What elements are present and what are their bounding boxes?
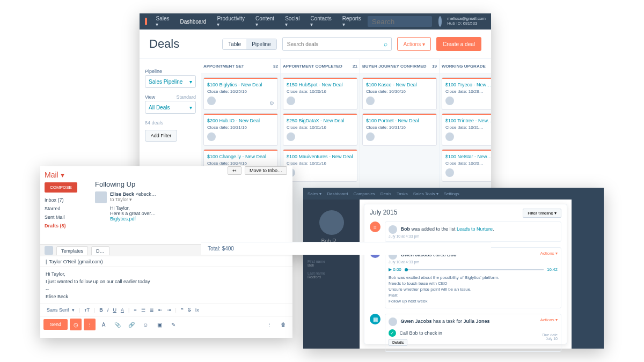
link-icon[interactable]: 🔗 [126,319,137,330]
deal-title: $100 Kasco - New Deal [366,82,433,87]
clear-format-icon[interactable]: Ix [194,307,201,313]
tl-nav-tools[interactable]: Sales Tools ▾ [413,191,438,196]
tl-nav-settings[interactable]: Settings [444,191,459,196]
compose-to-field[interactable]: Taylor O'Neil (gmail.com) [49,259,103,264]
deal-close-date: Close date: 10/31/16 [366,125,433,130]
deal-card[interactable]: $100 Netstar - New… Close date: 10/20… [442,149,491,182]
search-icon: ⌕ [384,40,387,48]
tab-templates[interactable]: Templates [56,246,88,255]
nav-brand[interactable]: Sales ▾ [151,16,173,27]
create-deal-button[interactable]: Create a deal [436,37,481,51]
underline-icon[interactable]: U [111,307,118,313]
more-icon[interactable]: ⋮ [264,319,275,330]
deal-card[interactable]: $100 Trintree - New… Close date: 10/31… [442,113,491,146]
pipeline-select[interactable]: Sales Pipeline ▾ [145,75,196,88]
deal-card[interactable]: $100 Kasco - New Deal Close date: 10/30/… [362,77,437,110]
text-format-icon[interactable]: A [98,319,109,330]
list-ol-icon[interactable]: ☰ [140,307,147,313]
deal-card[interactable]: $100 Portnet - New Deal Close date: 10/3… [362,113,437,146]
nav-productivity[interactable]: Productivity ▾ [213,16,249,27]
tl-nav-tasks[interactable]: Tasks [397,191,407,196]
folder-drafts[interactable]: Drafts (8) [45,221,85,230]
move-button[interactable]: Move to Inbo… [245,166,287,175]
tl-nav-dashboard[interactable]: Dashboard [327,191,348,196]
mail-brand[interactable]: Mail ▾ [45,171,85,179]
list-link[interactable]: Leads to Nurture [457,226,493,232]
text-color-icon[interactable]: A [119,307,126,313]
mail-sidebar: Mail ▾ COMPOSE Inbox (7) Starred Sent Ma… [40,166,90,244]
quote-icon[interactable]: ❝ [179,307,185,313]
deal-close-date: Close date: 10/31/16 [287,125,354,130]
nav-content[interactable]: Content ▾ [251,16,279,27]
signature-icon[interactable]: ✎ [167,319,179,330]
audio-scrubber[interactable]: ▶ 0:00 16:42 [389,267,558,272]
toggle-pipeline[interactable]: Pipeline [246,39,276,49]
deal-card[interactable]: $100 Fryeco - New… Close date: 10/28… [442,77,491,110]
entry-actions[interactable]: Actions ▾ [540,317,558,322]
details-button[interactable]: Details [389,339,407,346]
attach-icon[interactable]: 📎 [112,319,123,330]
nav-social[interactable]: Social ▾ [281,16,304,27]
entry-actions[interactable]: Actions ▾ [540,251,558,256]
deal-close-date: Close date: 10/20/16 [287,89,354,94]
folder-sent[interactable]: Sent Mail [45,213,85,221]
play-icon[interactable]: ▶ 0:00 [389,267,401,272]
e3-verb: has a task for [432,319,464,324]
folder-inbox[interactable]: Inbox (7) [45,196,85,204]
outdent-icon[interactable]: ⇥ [165,307,173,313]
sequences-icon[interactable]: ⋮ [84,319,96,330]
discard-icon[interactable]: 🗑 [277,319,289,330]
compose-button[interactable]: COMPOSE [45,182,77,193]
user-avatar[interactable] [438,16,442,27]
back-button[interactable]: ↤ [228,166,241,175]
schedule-icon[interactable]: ◷ [70,319,82,330]
italic-icon[interactable]: I [106,307,111,313]
folder-starred[interactable]: Starred [45,204,85,213]
view-toggle[interactable]: Table Pipeline [222,39,277,50]
emoji-icon[interactable]: ☺ [140,319,151,330]
nav-dashboard[interactable]: Dashboard [176,19,211,25]
owner-avatar [366,97,375,105]
tab-documents[interactable]: D… [91,246,109,255]
due-label: Due date [543,333,558,337]
recipient-line[interactable]: to Taylor ▾ [110,197,156,202]
deal-card[interactable]: $200 Hub.IO - New Deal Close date: 10/31… [203,113,278,146]
align-icon[interactable]: ≡ [132,307,138,313]
deal-close-date: Close date: 10/24/16 [207,161,274,166]
filter-timeline-button[interactable]: Filter timeline ▾ [523,209,561,218]
nav-contacts[interactable]: Contacts ▾ [306,16,335,27]
deal-card[interactable]: $100 Biglytics - New Deal Close date: 10… [203,77,278,110]
attachment-link[interactable]: Biglytics.pdf [110,216,136,221]
send-button[interactable]: Send [43,319,68,330]
view-select[interactable]: All Deals ▾ [145,101,196,114]
deal-card[interactable]: $100 Mauiventures - New Deal Close date:… [283,149,357,182]
read-pane: ↤ Move to Inbo… Following Up Elise Beck … [90,166,292,244]
duration: 16:42 [547,267,558,272]
pipeline-value: Sales Pipeline [149,79,182,85]
add-filter-button[interactable]: Add Filter [145,130,177,142]
deal-card[interactable]: $250 BigDataX - New Deal Close date: 10/… [283,113,357,146]
list-ul-icon[interactable]: ≣ [148,307,156,313]
actions-button[interactable]: Actions ▾ [397,37,431,51]
e1-verb: was added to the list [410,226,457,232]
deal-card[interactable]: $150 HubSpot - New Deal Close date: 10/2… [283,77,357,110]
deal-search-input[interactable] [282,37,392,51]
font-select[interactable]: Sans Serif ▾ [43,307,76,313]
indent-icon[interactable]: ⇤ [157,307,164,313]
image-icon[interactable]: ▣ [153,319,165,330]
strike-icon[interactable]: S̶ [186,307,193,313]
toggle-table[interactable]: Table [223,39,246,49]
tl-nav-deals[interactable]: Deals [380,191,391,196]
compose-body[interactable]: Hi Taylor, I just wanted to follow up on… [40,267,292,304]
body-line-1: Hi Taylor, [110,205,156,211]
nav-reports[interactable]: Reports ▾ [338,16,365,27]
tl-nav-brand[interactable]: Sales ▾ [308,191,321,196]
timeline-entry-list: ≡ Bob was added to the list Leads to Nur… [370,221,561,242]
font-size-icon[interactable]: тT [83,307,91,313]
bold-icon[interactable]: B [98,307,105,313]
global-search-input[interactable] [368,16,432,27]
gear-icon[interactable]: ⚙ [269,100,274,106]
check-icon[interactable]: ✓ [389,329,396,337]
tl-nav-companies[interactable]: Companies [353,191,375,196]
scrubber-bar[interactable] [405,269,544,270]
